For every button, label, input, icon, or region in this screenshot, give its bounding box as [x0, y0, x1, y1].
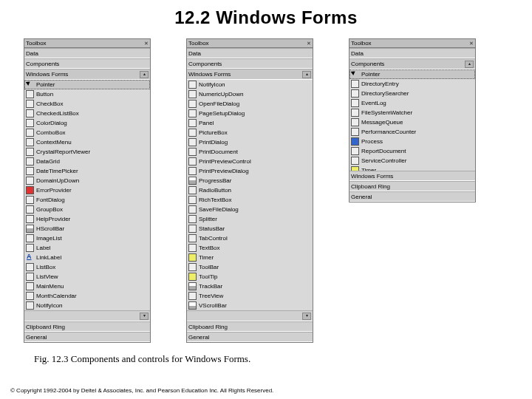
- list-item[interactable]: VScrollBar: [187, 301, 313, 310]
- list-item[interactable]: DirectorySearcher: [349, 89, 475, 98]
- control-icon: [26, 282, 34, 290]
- list-item-pointer[interactable]: Pointer: [24, 80, 150, 89]
- toolbox-title: Toolbox: [351, 40, 372, 47]
- list-item[interactable]: ContextMenu: [24, 137, 150, 147]
- list-item[interactable]: MessageQueue: [349, 117, 475, 127]
- list-item[interactable]: DomainUpDown: [24, 176, 150, 185]
- list-item-label: VScrollBar: [199, 302, 227, 310]
- control-icon: [188, 100, 197, 108]
- list-item[interactable]: PrintDialog: [187, 137, 313, 147]
- list-item[interactable]: ReportDocument: [349, 146, 475, 156]
- list-item[interactable]: CheckedListBox: [24, 109, 150, 118]
- section-clipboard[interactable]: Clipboard Ring: [187, 321, 313, 332]
- control-icon: [188, 167, 197, 175]
- section-general[interactable]: General: [349, 191, 475, 202]
- list-item[interactable]: RadioButton: [187, 185, 313, 195]
- list-item[interactable]: TabControl: [187, 233, 313, 243]
- list-item[interactable]: Splitter: [187, 214, 313, 224]
- list-item[interactable]: Button: [24, 89, 150, 99]
- list-item[interactable]: PrintPreviewControl: [187, 157, 313, 166]
- list-item-label: RichTextBox: [199, 197, 231, 204]
- control-icon: [188, 186, 197, 194]
- list-item-label: Label: [36, 245, 51, 252]
- section-data[interactable]: Data: [187, 48, 313, 58]
- control-icon: [188, 263, 197, 271]
- list-item[interactable]: FontDialog: [24, 195, 150, 205]
- list-item[interactable]: PictureBox: [187, 128, 313, 137]
- section-winforms[interactable]: Windows Forms ▴: [187, 69, 313, 80]
- list-item[interactable]: NumericUpDown: [187, 89, 313, 99]
- list-item[interactable]: RichTextBox: [187, 195, 313, 205]
- section-general[interactable]: General: [24, 332, 150, 342]
- section-winforms[interactable]: Windows Forms: [349, 171, 475, 181]
- list-item[interactable]: FileSystemWatcher: [349, 108, 475, 117]
- section-components[interactable]: Components: [24, 58, 150, 69]
- list-item[interactable]: MainMenu: [24, 282, 150, 291]
- list-item[interactable]: ErrorProvider: [24, 185, 150, 195]
- list-item[interactable]: ComboBox: [24, 128, 150, 137]
- list-item[interactable]: PrintPreviewDialog: [187, 166, 313, 176]
- section-data[interactable]: Data: [24, 48, 150, 58]
- list-item[interactable]: GroupBox: [24, 205, 150, 214]
- list-item[interactable]: ProgressBar: [187, 176, 313, 185]
- section-clipboard[interactable]: Clipboard Ring: [24, 321, 150, 332]
- list-item[interactable]: OpenFileDialog: [187, 99, 313, 109]
- section-clipboard[interactable]: Clipboard Ring: [349, 181, 475, 191]
- list-item[interactable]: NotifyIcon: [24, 301, 150, 310]
- list-item[interactable]: Process: [349, 137, 475, 146]
- list-item[interactable]: ToolTip: [187, 272, 313, 282]
- list-item[interactable]: LinkLabel: [24, 253, 150, 262]
- list-item[interactable]: ImageList: [24, 233, 150, 243]
- list-item[interactable]: ListView: [24, 272, 150, 282]
- scroll-down-icon[interactable]: ▾: [140, 313, 149, 320]
- scroll-down-bar[interactable]: ▾: [24, 310, 150, 321]
- control-icon: [26, 244, 34, 252]
- list-item[interactable]: Panel: [187, 118, 313, 128]
- scroll-down-icon[interactable]: ▾: [302, 313, 311, 320]
- list-item[interactable]: ListBox: [24, 262, 150, 272]
- list-item[interactable]: PageSetupDialog: [187, 109, 313, 118]
- list-item-pointer[interactable]: Pointer: [349, 69, 475, 79]
- scroll-up-icon[interactable]: ▴: [465, 61, 474, 68]
- control-icon: [26, 138, 34, 146]
- control-icon: [188, 225, 197, 233]
- list-item[interactable]: DirectoryEntry: [349, 79, 475, 89]
- section-components[interactable]: Components ▴: [349, 58, 475, 69]
- list-item-label: FileSystemWatcher: [361, 109, 412, 117]
- scroll-up-icon[interactable]: ▴: [302, 71, 311, 78]
- scroll-up-icon[interactable]: ▴: [140, 71, 149, 78]
- list-item[interactable]: Label: [24, 243, 150, 253]
- list-item[interactable]: StatusBar: [187, 224, 313, 233]
- list-item[interactable]: ColorDialog: [24, 118, 150, 128]
- list-item[interactable]: CrystalReportViewer: [24, 147, 150, 157]
- list-item[interactable]: DataGrid: [24, 157, 150, 166]
- list-item[interactable]: PrintDocument: [187, 147, 313, 157]
- list-item[interactable]: MonthCalendar: [24, 291, 150, 301]
- section-data[interactable]: Data: [349, 48, 475, 58]
- section-general[interactable]: General: [187, 332, 313, 342]
- control-icon: [351, 99, 359, 107]
- list-item[interactable]: TreeView: [187, 291, 313, 301]
- list-item[interactable]: TextBox: [187, 243, 313, 253]
- list-item[interactable]: Timer: [349, 166, 475, 171]
- pointer-icon: [351, 70, 359, 78]
- list-item[interactable]: TrackBar: [187, 282, 313, 291]
- section-components[interactable]: Components: [187, 58, 313, 69]
- list-item[interactable]: ServiceController: [349, 156, 475, 166]
- close-icon[interactable]: ✕: [469, 41, 474, 47]
- close-icon[interactable]: ✕: [144, 41, 149, 47]
- section-winforms[interactable]: Windows Forms ▴: [24, 69, 150, 80]
- list-item[interactable]: HelpProvider: [24, 214, 150, 224]
- close-icon[interactable]: ✕: [307, 41, 311, 47]
- list-item[interactable]: NotifyIcon: [187, 80, 313, 89]
- list-item[interactable]: EventLog: [349, 98, 475, 108]
- list-item[interactable]: CheckBox: [24, 99, 150, 109]
- list-item[interactable]: HScrollBar: [24, 224, 150, 233]
- list-item[interactable]: DateTimePicker: [24, 166, 150, 176]
- list-item-label: PageSetupDialog: [199, 110, 245, 117]
- list-item[interactable]: Timer: [187, 253, 313, 262]
- list-item[interactable]: PerformanceCounter: [349, 127, 475, 137]
- scroll-down-bar[interactable]: ▾: [187, 310, 313, 321]
- list-item[interactable]: SaveFileDialog: [187, 205, 313, 214]
- list-item[interactable]: ToolBar: [187, 262, 313, 272]
